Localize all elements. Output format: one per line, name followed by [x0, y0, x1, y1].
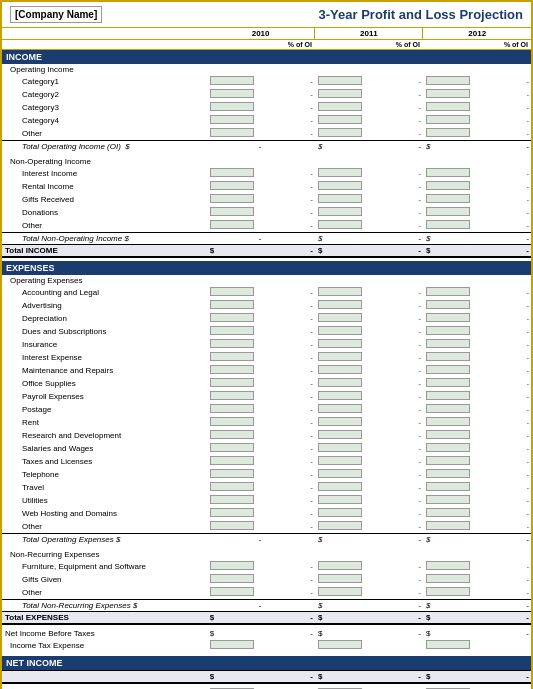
acct-2010-input[interactable] — [210, 287, 254, 296]
acct-2012-input[interactable] — [426, 287, 470, 296]
adv-2010-input[interactable] — [210, 300, 254, 309]
trav-2012-input[interactable] — [426, 482, 470, 491]
cat3-2012-input[interactable] — [426, 102, 470, 111]
tel-2011-input[interactable] — [318, 469, 362, 478]
cat1-2011-input[interactable] — [318, 76, 362, 85]
furn-2011-input[interactable] — [318, 561, 362, 570]
rental-2010-input[interactable] — [210, 181, 254, 190]
rental-2012-input[interactable] — [426, 181, 470, 190]
other-2011-input[interactable] — [318, 128, 362, 137]
opother-2011-input[interactable] — [318, 521, 362, 530]
gifts-rcv-2011-input[interactable] — [318, 194, 362, 203]
donations-2010-input[interactable] — [210, 207, 254, 216]
maint-2011-input[interactable] — [318, 365, 362, 374]
rnd-2012-input[interactable] — [426, 430, 470, 439]
dep-2011-input[interactable] — [318, 313, 362, 322]
rent-2012-input[interactable] — [426, 417, 470, 426]
adv-2012-input[interactable] — [426, 300, 470, 309]
intexp-2011-input[interactable] — [318, 352, 362, 361]
sal-2012-input[interactable] — [426, 443, 470, 452]
util-2010-input[interactable] — [210, 495, 254, 504]
web-2012-input[interactable] — [426, 508, 470, 517]
operating-income-label-row: Operating Income — [2, 64, 531, 75]
dues-2012-input[interactable] — [426, 326, 470, 335]
ins-2010-input[interactable] — [210, 339, 254, 348]
cat2-2012-input[interactable] — [426, 89, 470, 98]
cat3-2011-input[interactable] — [318, 102, 362, 111]
nrother-2011-input[interactable] — [318, 587, 362, 596]
web-2010-input[interactable] — [210, 508, 254, 517]
ins-2012-input[interactable] — [426, 339, 470, 348]
web-2011-input[interactable] — [318, 508, 362, 517]
intexp-2010-input[interactable] — [210, 352, 254, 361]
interest-2011-input[interactable] — [318, 168, 362, 177]
rent-2011-input[interactable] — [318, 417, 362, 426]
payroll-2012-input[interactable] — [426, 391, 470, 400]
acct-2011-input[interactable] — [318, 287, 362, 296]
cat4-2011-input[interactable] — [318, 115, 362, 124]
post-2011-input[interactable] — [318, 404, 362, 413]
util-2011-input[interactable] — [318, 495, 362, 504]
dep-2010-input[interactable] — [210, 313, 254, 322]
rnd-2011-input[interactable] — [318, 430, 362, 439]
opother-2012-input[interactable] — [426, 521, 470, 530]
interest-2010-input[interactable] — [210, 168, 254, 177]
nrother-2012-input[interactable] — [426, 587, 470, 596]
dues-2010-input[interactable] — [210, 326, 254, 335]
post-2010-input[interactable] — [210, 404, 254, 413]
office-2010-input[interactable] — [210, 378, 254, 387]
gifts-2010-input[interactable] — [210, 574, 254, 583]
adv-2011-input[interactable] — [318, 300, 362, 309]
tel-2012-input[interactable] — [426, 469, 470, 478]
post-2012-input[interactable] — [426, 404, 470, 413]
sal-2011-input[interactable] — [318, 443, 362, 452]
rent-2010-input[interactable] — [210, 417, 254, 426]
dep-2012-input[interactable] — [426, 313, 470, 322]
cat3-2010-input[interactable] — [210, 102, 254, 111]
nonop-other-2011-input[interactable] — [318, 220, 362, 229]
dues-2011-input[interactable] — [318, 326, 362, 335]
payroll-2011-input[interactable] — [318, 391, 362, 400]
gifts-rcv-2010-input[interactable] — [210, 194, 254, 203]
gifts-2011-input[interactable] — [318, 574, 362, 583]
furn-2012-input[interactable] — [426, 561, 470, 570]
rnd-2010-input[interactable] — [210, 430, 254, 439]
cat2-2010-input[interactable] — [210, 89, 254, 98]
gifts-2012-input[interactable] — [426, 574, 470, 583]
util-2012-input[interactable] — [426, 495, 470, 504]
sal-2010-input[interactable] — [210, 443, 254, 452]
nrother-2010-input[interactable] — [210, 587, 254, 596]
other-2012-input[interactable] — [426, 128, 470, 137]
rental-2011-input[interactable] — [318, 181, 362, 190]
nonop-other-2012-input[interactable] — [426, 220, 470, 229]
maint-2012-input[interactable] — [426, 365, 470, 374]
furn-2010-input[interactable] — [210, 561, 254, 570]
maint-2010-input[interactable] — [210, 365, 254, 374]
donations-2012-input[interactable] — [426, 207, 470, 216]
tax-2010-input[interactable] — [210, 456, 254, 465]
cat2-2011-input[interactable] — [318, 89, 362, 98]
interest-2012-input[interactable] — [426, 168, 470, 177]
office-2012-input[interactable] — [426, 378, 470, 387]
nonop-other-2010-input[interactable] — [210, 220, 254, 229]
cat4-2012-input[interactable] — [426, 115, 470, 124]
gifts-rcv-2012-input[interactable] — [426, 194, 470, 203]
trav-2010-input[interactable] — [210, 482, 254, 491]
office-2011-input[interactable] — [318, 378, 362, 387]
tax-exp-2010-input[interactable] — [210, 640, 254, 649]
intexp-2012-input[interactable] — [426, 352, 470, 361]
tax-2012-input[interactable] — [426, 456, 470, 465]
opother-2010-input[interactable] — [210, 521, 254, 530]
donations-2011-input[interactable] — [318, 207, 362, 216]
cat1-2010-input[interactable] — [210, 76, 254, 85]
other-2010-input[interactable] — [210, 128, 254, 137]
cat4-2010-input[interactable] — [210, 115, 254, 124]
tax-exp-2012-input[interactable] — [426, 640, 470, 649]
trav-2011-input[interactable] — [318, 482, 362, 491]
payroll-2010-input[interactable] — [210, 391, 254, 400]
tax-exp-2011-input[interactable] — [318, 640, 362, 649]
tax-2011-input[interactable] — [318, 456, 362, 465]
cat1-2012-input[interactable] — [426, 76, 470, 85]
ins-2011-input[interactable] — [318, 339, 362, 348]
tel-2010-input[interactable] — [210, 469, 254, 478]
